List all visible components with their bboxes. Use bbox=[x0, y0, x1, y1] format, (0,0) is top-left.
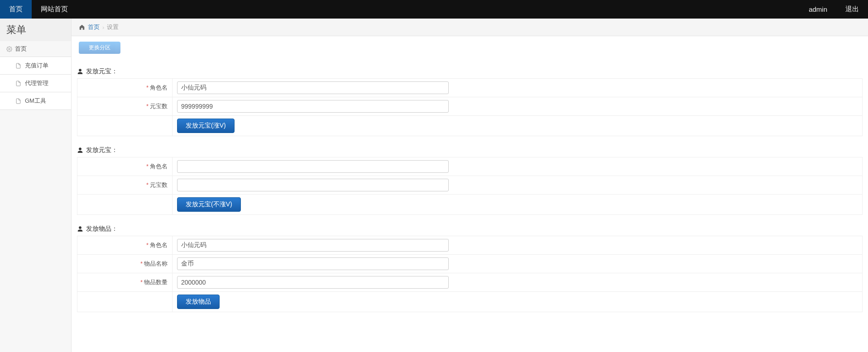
label-count: 元宝数 bbox=[150, 103, 168, 109]
sidebar: 菜单 首页 充值订单 代理管理 GM工具 bbox=[0, 19, 72, 352]
nav-home[interactable]: 首页 bbox=[0, 0, 32, 19]
section-head-yb-v: 发放元宝： bbox=[77, 65, 863, 78]
breadcrumb-current: 设置 bbox=[107, 23, 119, 31]
input-role-item[interactable] bbox=[177, 239, 449, 252]
nav-user[interactable]: admin bbox=[800, 0, 836, 19]
sidebar-item-label: 充值订单 bbox=[25, 62, 48, 70]
user-icon bbox=[77, 68, 83, 75]
sidebar-title: 菜单 bbox=[0, 19, 71, 41]
button-send-item[interactable]: 发放物品 bbox=[177, 295, 220, 309]
file-icon bbox=[15, 63, 21, 69]
button-send-yb-nv[interactable]: 发放元宝(不涨V) bbox=[177, 197, 241, 212]
topbar: 首页 网站首页 admin 退出 bbox=[0, 0, 868, 19]
section-head-yb-nv: 发放元宝： bbox=[77, 143, 863, 157]
file-icon bbox=[15, 81, 21, 86]
breadcrumb: 首页 › 设置 bbox=[72, 19, 868, 36]
section-title: 发放元宝： bbox=[86, 67, 118, 76]
label-role: 角色名 bbox=[150, 242, 168, 248]
breadcrumb-home[interactable]: 首页 bbox=[88, 23, 100, 31]
content: 首页 › 设置 更换分区 发放元宝： *角色名 *元宝数 bbox=[72, 19, 868, 352]
input-item-name[interactable] bbox=[177, 257, 449, 270]
sidebar-item-gm-tools[interactable]: GM工具 bbox=[0, 92, 71, 110]
label-role: 角色名 bbox=[150, 84, 168, 91]
section-title: 发放物品： bbox=[86, 225, 118, 233]
section-head-item: 发放物品： bbox=[77, 222, 863, 236]
label-role: 角色名 bbox=[150, 163, 168, 170]
sidebar-item-agent-manage[interactable]: 代理管理 bbox=[0, 75, 71, 92]
sidebar-section-label: 首页 bbox=[15, 45, 27, 53]
user-icon bbox=[77, 147, 83, 153]
form-yb-v: *角色名 *元宝数 发放元宝(涨V) bbox=[77, 78, 863, 136]
user-icon bbox=[77, 226, 83, 232]
home-icon bbox=[79, 24, 85, 30]
section-title: 发放元宝： bbox=[86, 146, 118, 154]
button-send-yb-v[interactable]: 发放元宝(涨V) bbox=[177, 119, 235, 133]
sidebar-section-home[interactable]: 首页 bbox=[0, 41, 71, 57]
nav-logout[interactable]: 退出 bbox=[836, 0, 868, 19]
input-count-yb-v[interactable] bbox=[177, 100, 449, 113]
form-yb-nv: *角色名 *元宝数 发放元宝(不涨V) bbox=[77, 157, 863, 215]
input-item-qty[interactable] bbox=[177, 276, 449, 289]
gear-icon bbox=[6, 46, 12, 52]
svg-point-0 bbox=[9, 48, 10, 49]
sidebar-item-label: GM工具 bbox=[25, 97, 46, 105]
sidebar-item-label: 代理管理 bbox=[25, 79, 48, 87]
label-item-name: 物品名称 bbox=[144, 260, 168, 267]
sidebar-item-recharge-orders[interactable]: 充值订单 bbox=[0, 57, 71, 75]
breadcrumb-sep: › bbox=[102, 24, 104, 31]
input-role-yb-v[interactable] bbox=[177, 81, 449, 94]
form-item: *角色名 *物品名称 *物品数量 发放物品 bbox=[77, 236, 863, 312]
label-item-qty: 物品数量 bbox=[144, 279, 168, 285]
label-count: 元宝数 bbox=[150, 181, 168, 188]
input-count-yb-nv[interactable] bbox=[177, 179, 449, 191]
file-icon bbox=[15, 98, 21, 104]
nav-site-home[interactable]: 网站首页 bbox=[32, 0, 77, 19]
switch-zone-button[interactable]: 更换分区 bbox=[79, 42, 120, 54]
input-role-yb-nv[interactable] bbox=[177, 160, 449, 173]
